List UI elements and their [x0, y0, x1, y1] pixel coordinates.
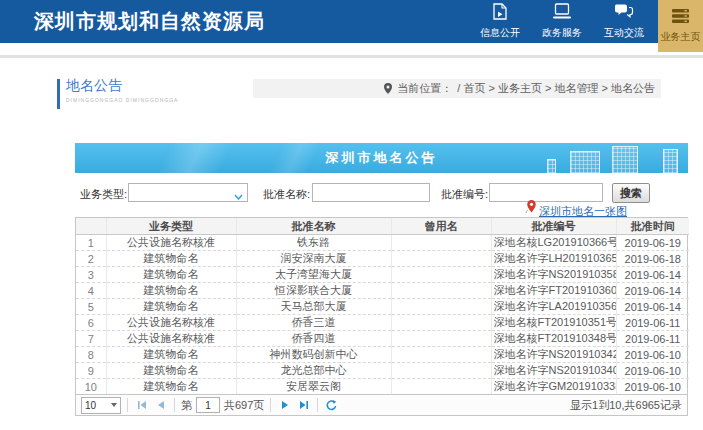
chevron-down-icon [234, 190, 243, 202]
announcement-table: 业务类型批准名称曾用名批准编号批准时间 1公共设施名称核准铁东路深地名核LG20… [76, 218, 689, 394]
nav-label: 业务主页 [661, 30, 701, 44]
nav-label: 信息公开 [480, 26, 520, 40]
banner-title: 深圳市地名公告 [75, 143, 688, 173]
table-cell [391, 235, 491, 251]
table-cell: 建筑物命名 [106, 363, 236, 379]
table-cell [391, 315, 491, 331]
table-cell: 2019-06-14 [616, 267, 689, 283]
approved-name-label: 批准名称: [263, 187, 310, 202]
table-cell: 2019-06-14 [616, 283, 689, 299]
row-index: 5 [76, 299, 106, 315]
business-type-select[interactable] [128, 183, 248, 202]
prev-page-button[interactable] [153, 397, 168, 413]
nav-item-gov-services[interactable]: 政务服务 [531, 0, 593, 43]
table-cell: 深地名许字FT201910360号 [491, 283, 616, 299]
page-number-input[interactable] [196, 397, 220, 413]
table-cell: 侨香四道 [236, 331, 391, 347]
table-cell [391, 331, 491, 347]
table-cell: 2019-06-11 [616, 331, 689, 347]
last-page-button[interactable] [296, 397, 311, 413]
table-cell [391, 267, 491, 283]
divider [317, 398, 318, 412]
table-cell: 深地名许字LA201910356号 [491, 299, 616, 315]
table-cell: 侨香三道 [236, 315, 391, 331]
table-cell: 建筑物命名 [106, 267, 236, 283]
table-cell: 深地名许字GM201910338号 [491, 379, 616, 395]
breadcrumb-label: 当前位置： [397, 81, 452, 96]
column-header: 批准编号 [491, 218, 616, 235]
table-row[interactable]: 4建筑物命名恒深影联合大厦深地名许字FT201910360号2019-06-14 [76, 283, 689, 299]
chat-icon [614, 3, 634, 24]
approval-number-input[interactable] [490, 184, 602, 201]
table-cell: 公共设施名称核准 [106, 235, 236, 251]
table-row[interactable]: 5建筑物命名天马总部大厦深地名许字LA201910356号2019-06-14 [76, 299, 689, 315]
refresh-icon[interactable] [324, 397, 339, 413]
table-row[interactable]: 8建筑物命名神州数码创新中心深地名许字NS201910342号2019-06-1… [76, 347, 689, 363]
nav-item-info-disclosure[interactable]: 信息公开 [469, 0, 531, 43]
table-cell [391, 347, 491, 363]
table-cell: 神州数码创新中心 [236, 347, 391, 363]
divider [127, 398, 128, 412]
first-page-button[interactable] [134, 397, 149, 413]
page-title-pinyin: DIMINGGONGGAO DIMINGGONGGAO DIMINGGONGGA… [66, 97, 178, 103]
table-cell: 2019-06-18 [616, 251, 689, 267]
table-cell: 深地名许字LH201910365号 [491, 251, 616, 267]
table-cell: 深地名许字NS201910340号 [491, 363, 616, 379]
table-cell: 2019-06-10 [616, 379, 689, 395]
table-row[interactable]: 1公共设施名称核准铁东路深地名核LG201910366号2019-06-19 [76, 235, 689, 251]
table-row[interactable]: 2建筑物命名润安深南大厦深地名许字LH201910365号2019-06-18 [76, 251, 689, 267]
page-title: 地名公告 [66, 77, 122, 95]
header-divider [0, 55, 703, 58]
page-label-suffix: 共697页 [224, 398, 264, 413]
table-cell: 深地名许字NS201910358号 [491, 267, 616, 283]
column-header: 业务类型 [106, 218, 236, 235]
table-row[interactable]: 10建筑物命名安居翠云阁深地名许字GM201910338号2019-06-10 [76, 379, 689, 395]
table-cell: 安居翠云阁 [236, 379, 391, 395]
table-row[interactable]: 7公共设施名称核准侨香四道深地名核FT201910348号2019-06-11 [76, 331, 689, 347]
breadcrumb-path[interactable]: / 首页 > 业务主页 > 地名管理 > 地名公告 [457, 81, 655, 96]
nav-label: 政务服务 [542, 26, 582, 40]
nav-item-business-home[interactable]: 业务主页 [658, 0, 703, 52]
announcement-banner: 深圳市地名公告 [75, 143, 688, 173]
page-size-value: 10 [85, 400, 96, 411]
column-header: 批准时间 [616, 218, 689, 235]
next-page-button[interactable] [277, 397, 292, 413]
section-accent-bar [57, 79, 60, 109]
table-cell: 2019-06-11 [616, 315, 689, 331]
table-cell: 建筑物命名 [106, 347, 236, 363]
table-cell: 润安深南大厦 [236, 251, 391, 267]
nav-label: 互动交流 [604, 26, 644, 40]
approval-number-label: 批准编号: [441, 187, 488, 202]
table-cell [391, 379, 491, 395]
table-cell [391, 363, 491, 379]
row-index: 8 [76, 347, 106, 363]
row-index: 7 [76, 331, 106, 347]
table-cell: 深地名许字NS201910342号 [491, 347, 616, 363]
table-cell: 公共设施名称核准 [106, 331, 236, 347]
column-header: 批准名称 [236, 218, 391, 235]
table-cell: 2019-06-14 [616, 299, 689, 315]
site-title: 深圳市规划和自然资源局 [34, 8, 265, 35]
column-header [76, 218, 106, 235]
row-index: 9 [76, 363, 106, 379]
approved-name-input[interactable] [313, 184, 429, 201]
breadcrumb: 当前位置： / 首页 > 业务主页 > 地名管理 > 地名公告 [253, 79, 661, 98]
table-header-row: 业务类型批准名称曾用名批准编号批准时间 [76, 218, 689, 235]
table-cell [391, 251, 491, 267]
page-size-select[interactable]: 10 [81, 397, 121, 414]
table-row[interactable]: 9建筑物命名龙光总部中心深地名许字NS201910340号2019-06-10 [76, 363, 689, 379]
table-cell: 铁东路 [236, 235, 391, 251]
document-icon [492, 3, 508, 24]
table-row[interactable]: 3建筑物命名太子湾望海大厦深地名许字NS201910358号2019-06-14 [76, 267, 689, 283]
row-index: 3 [76, 267, 106, 283]
row-index: 4 [76, 283, 106, 299]
table-cell: 建筑物命名 [106, 299, 236, 315]
nav-item-interaction[interactable]: 互动交流 [593, 0, 655, 43]
table-cell: 2019-06-10 [616, 363, 689, 379]
location-pin-icon [384, 83, 392, 94]
divider [174, 398, 175, 412]
table-row[interactable]: 6公共设施名称核准侨香三道深地名核FT201910351号2019-06-11 [76, 315, 689, 331]
table-cell: 建筑物命名 [106, 283, 236, 299]
table-cell [391, 283, 491, 299]
table-cell: 太子湾望海大厦 [236, 267, 391, 283]
